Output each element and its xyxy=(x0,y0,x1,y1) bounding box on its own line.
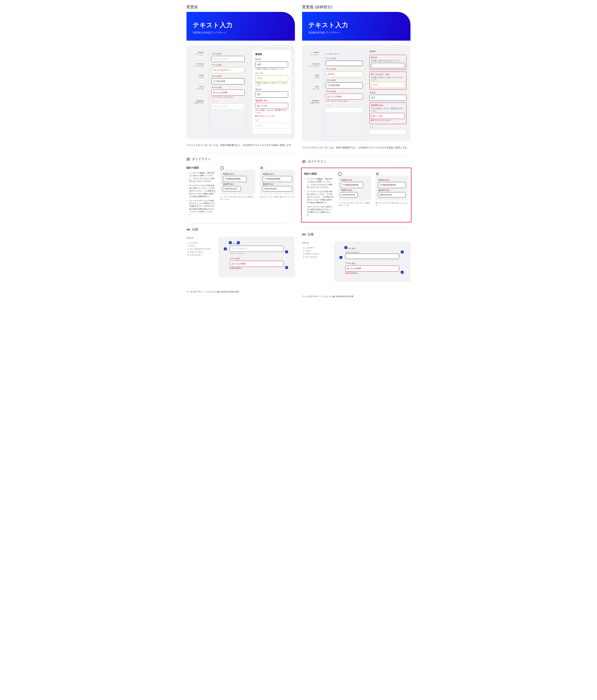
changed-field: 電話番号必須 日中に連絡のつきやすい電話番号を記入します。 あいうえお 数字で入… xyxy=(369,103,407,124)
textfield-focus[interactable]: 入力中 | xyxy=(326,71,363,77)
textfield-default[interactable]: プレイスホルダー xyxy=(212,56,245,62)
ok-icon xyxy=(220,166,224,170)
textfield-focus[interactable]: プレイスホルダー | xyxy=(212,67,245,73)
guidelines-row-changed: 設計の原則 コンテナーの横幅は、言葉の長さに合わせて調整してください。入力すべき… xyxy=(301,168,412,222)
ng-icon xyxy=(260,166,264,170)
textfield-default[interactable] xyxy=(326,60,363,66)
spec-states: ラベル必須 プレイスホルダー ラベル必須 プレイスホルダー | ラベル必須 入力… xyxy=(209,50,247,134)
parts: パーツ コンテナー ラベル プレイスホルダーテキスト サポートテキスト エラーテ… xyxy=(186,236,295,277)
textfield-error[interactable]: 誤った入力内容 xyxy=(212,90,245,96)
hero-date: 2022年11月14日 アップデート xyxy=(193,31,289,34)
textfield-filled[interactable]: 入力済の内容 xyxy=(326,82,363,89)
section-guidelines: ガイドライン xyxy=(186,153,295,166)
svg-rect-4 xyxy=(187,229,190,230)
textfield-filled[interactable]: 入力済の内容 xyxy=(212,78,245,84)
textfield-disabled xyxy=(326,107,363,113)
section-spec: 仕様 xyxy=(186,224,295,236)
ruler-icon xyxy=(302,233,306,236)
example-card: 適用例 姓必須 山田 住民票に記載された姓を記入します。 セイ任意 スズ | 住… xyxy=(252,50,291,134)
list-icon xyxy=(302,160,306,164)
textfield-error[interactable]: 誤った入力内容 xyxy=(326,94,363,100)
hero-title: テキスト入力 xyxy=(193,21,289,29)
parts-diagram: 2 3 ラベル必須 1 プレイスホルダー サポートテキスト 4 ラベル必須 誤っ… xyxy=(218,236,295,277)
ng-icon xyxy=(375,172,379,176)
footer-after: デジタル庁デザインシステム 1.2.2版 2023年5月31日公開 xyxy=(302,295,411,298)
hero-before: テキスト入力 2022年11月14日 アップデート xyxy=(186,12,295,41)
changed-field: 氏必須 住民票に記載された姓を記入します。 xyxy=(369,55,407,70)
ok-icon xyxy=(338,172,342,176)
after-column: 変更後 (赤枠部分) テキスト入力 2023年5月19日 アップデート Defa… xyxy=(302,4,411,298)
states: Defaultデフォルト Focusedフォーカス中 Filled入力済 Err… xyxy=(191,50,204,134)
component-desc: テキスト入力コンポーネントは、名前や電話番号など、1行以内のテキストを入力する場… xyxy=(186,143,295,147)
footer-before: デジタル庁デザインシステム 1.2.1版 2022年12月28日公開 xyxy=(186,291,295,293)
before-title: 変更前 xyxy=(186,4,295,10)
after-title: 変更後 (赤枠部分) xyxy=(302,4,411,10)
textfield-disabled: プレイスホルダー xyxy=(212,103,245,109)
ruler-icon xyxy=(186,228,190,231)
guidelines-row: 設計の原則 コンテナーの横幅は、言葉の長さに合わせて調整してください。入力すべき… xyxy=(186,166,295,218)
hero-after: テキスト入力 2023年5月19日 アップデート xyxy=(302,12,411,41)
list-icon xyxy=(186,157,190,161)
preview-panel-before: Defaultデフォルト Focusedフォーカス中 Filled入力済 Err… xyxy=(186,45,295,139)
changed-field: 氏（カタカナ）必須 住民票に記載された姓をカタカナで記入します。 スズ | xyxy=(369,72,407,90)
before-column: 変更前 テキスト入力 2022年11月14日 アップデート Defaultデフォ… xyxy=(186,4,295,298)
preview-panel-after: Defaultデフォルト Focusedフォーカス中 Filled入力済 Err… xyxy=(302,45,411,142)
